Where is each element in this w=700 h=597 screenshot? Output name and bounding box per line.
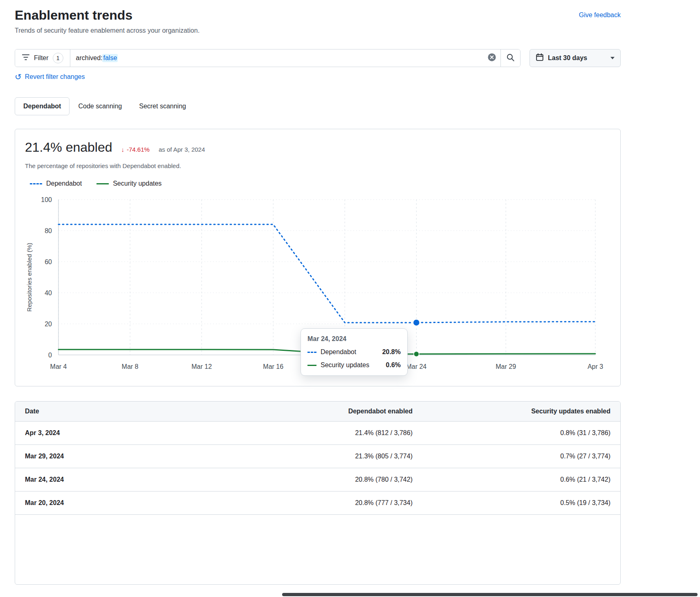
tooltip-row-security-updates: Security updates0.6% — [307, 361, 401, 369]
revert-row: ↺ Revert filter changes — [15, 73, 621, 81]
query-value-token: false — [102, 54, 118, 62]
legend-item-dependabot: Dependabot — [30, 180, 82, 187]
chevron-down-icon — [610, 57, 615, 59]
svg-text:20: 20 — [45, 321, 52, 328]
revert-filter-changes-link[interactable]: Revert filter changes — [25, 73, 85, 81]
svg-text:Mar 12: Mar 12 — [191, 363, 212, 370]
tab-secret-scanning[interactable]: Secret scanning — [130, 97, 195, 115]
security-updates-enabled-cell: 0.6% (21 / 3,742) — [413, 468, 620, 492]
metric-description: The percentage of repositories with Depe… — [25, 162, 610, 169]
dependabot-enabled-cell: 20.8% (780 / 3,742) — [260, 468, 413, 492]
page-content: Enablement trends Give feedback Trends o… — [15, 0, 621, 585]
svg-text:Mar 29: Mar 29 — [496, 363, 516, 370]
tooltip-swatch — [307, 365, 316, 366]
undo-icon: ↺ — [15, 73, 22, 81]
security-updates-enabled-cell: 0.5% (19 / 3,734) — [413, 492, 620, 515]
legend-swatch — [96, 183, 109, 184]
svg-text:80: 80 — [45, 227, 52, 234]
chart-card: 21.4% enabled ↓ -74.61% as of Apr 3, 202… — [15, 129, 621, 386]
filter-button-label: Filter — [34, 54, 49, 62]
trend-table-card: DateDependabot enabledSecurity updates e… — [15, 401, 621, 585]
filter-search-group: Filter 1 archived:false — [15, 49, 521, 67]
metric-headline: 21.4% enabled — [25, 140, 112, 155]
trend-table: DateDependabot enabledSecurity updates e… — [15, 402, 620, 584]
page-header: Enablement trends Give feedback — [15, 7, 621, 23]
chart-tooltip: Mar 24, 2024 Dependabot20.8%Security upd… — [301, 328, 408, 376]
clear-filter-button[interactable] — [483, 49, 500, 67]
security-updates-enabled-cell: 0.7% (27 / 3,774) — [413, 445, 620, 468]
page-subtitle: Trends of security feature enablement ac… — [15, 27, 621, 34]
search-submit-button[interactable] — [500, 49, 520, 67]
metric-change-value: -74.61% — [127, 146, 150, 153]
column-header-dependabot-enabled: Dependabot enabled — [260, 402, 413, 422]
give-feedback-link[interactable]: Give feedback — [579, 11, 621, 19]
date-cell: Apr 3, 2024 — [15, 422, 260, 445]
tooltip-row-dependabot: Dependabot20.8% — [307, 348, 401, 356]
filter-button[interactable]: Filter 1 — [15, 49, 70, 67]
legend-swatch — [30, 183, 42, 184]
security-updates-enabled-cell: 0.8% (31 / 3,786) — [413, 422, 620, 445]
svg-text:Mar 16: Mar 16 — [263, 363, 283, 370]
arrow-down-icon: ↓ — [121, 146, 125, 153]
dependabot-enabled-cell: 21.4% (812 / 3,786) — [260, 422, 413, 445]
svg-text:40: 40 — [45, 290, 52, 296]
date-range-dropdown[interactable]: Last 30 days — [529, 49, 621, 67]
calendar-icon — [536, 53, 544, 63]
table-row: Apr 3, 202421.4% (812 / 3,786)0.8% (31 /… — [15, 422, 620, 445]
svg-text:0: 0 — [48, 352, 52, 359]
metric-change: ↓ -74.61% — [121, 146, 150, 153]
tab-code-scanning[interactable]: Code scanning — [70, 97, 130, 115]
metric-as-of: as of Apr 3, 2024 — [159, 146, 205, 153]
table-row: Mar 24, 202420.8% (780 / 3,742)0.6% (21 … — [15, 468, 620, 492]
filter-query-input[interactable]: archived:false — [70, 49, 483, 67]
table-header-row: DateDependabot enabledSecurity updates e… — [15, 402, 620, 422]
svg-text:Mar 24: Mar 24 — [406, 363, 426, 370]
svg-text:100: 100 — [41, 196, 52, 203]
metric-row: 21.4% enabled ↓ -74.61% as of Apr 3, 202… — [25, 140, 610, 155]
tooltip-swatch — [307, 352, 316, 353]
page-title: Enablement trends — [15, 7, 132, 23]
date-cell: Mar 20, 2024 — [15, 492, 260, 515]
svg-text:Mar 4: Mar 4 — [50, 363, 67, 370]
horizontal-scrollbar-thumb[interactable] — [282, 593, 698, 596]
svg-text:Mar 8: Mar 8 — [122, 363, 139, 370]
date-cell: Mar 29, 2024 — [15, 445, 260, 468]
svg-text:60: 60 — [45, 258, 52, 265]
tabs: DependabotCode scanningSecret scanning — [15, 97, 621, 115]
legend-label: Dependabot — [46, 180, 82, 187]
legend-item-security-updates: Security updates — [96, 180, 162, 187]
dependabot-enabled-cell: 20.8% (777 / 3,734) — [260, 492, 413, 515]
table-row: Mar 20, 202420.8% (777 / 3,734)0.5% (19 … — [15, 492, 620, 515]
dependabot-enabled-cell: 21.3% (805 / 3,774) — [260, 445, 413, 468]
tab-dependabot[interactable]: Dependabot — [15, 97, 70, 115]
filter-bar: Filter 1 archived:false — [15, 49, 621, 67]
tooltip-rows: Dependabot20.8%Security updates0.6% — [307, 348, 401, 369]
search-icon — [506, 53, 515, 63]
table-body: Apr 3, 202421.4% (812 / 3,786)0.8% (31 /… — [15, 422, 620, 584]
tooltip-date: Mar 24, 2024 — [307, 335, 401, 343]
date-range-label: Last 30 days — [548, 54, 606, 62]
column-header-date: Date — [15, 402, 260, 422]
filter-icon — [22, 53, 30, 63]
query-prefix: archived: — [76, 54, 103, 62]
tooltip-value: 0.6% — [386, 361, 401, 369]
tooltip-value: 20.8% — [382, 348, 401, 356]
tooltip-label: Dependabot — [321, 348, 356, 356]
filter-count-badge: 1 — [53, 53, 63, 63]
x-circle-icon — [487, 53, 496, 63]
tooltip-label: Security updates — [321, 361, 369, 369]
table-row-clipped — [15, 515, 620, 584]
column-header-security-updates-enabled: Security updates enabled — [413, 402, 620, 422]
chart-legend: DependabotSecurity updates — [30, 180, 610, 187]
svg-text:Apr 3: Apr 3 — [588, 363, 603, 370]
table-row: Mar 29, 202421.3% (805 / 3,774)0.7% (27 … — [15, 445, 620, 468]
svg-text:Repositories enabled (%): Repositories enabled (%) — [26, 243, 33, 312]
legend-label: Security updates — [113, 180, 162, 187]
date-cell: Mar 24, 2024 — [15, 468, 260, 492]
